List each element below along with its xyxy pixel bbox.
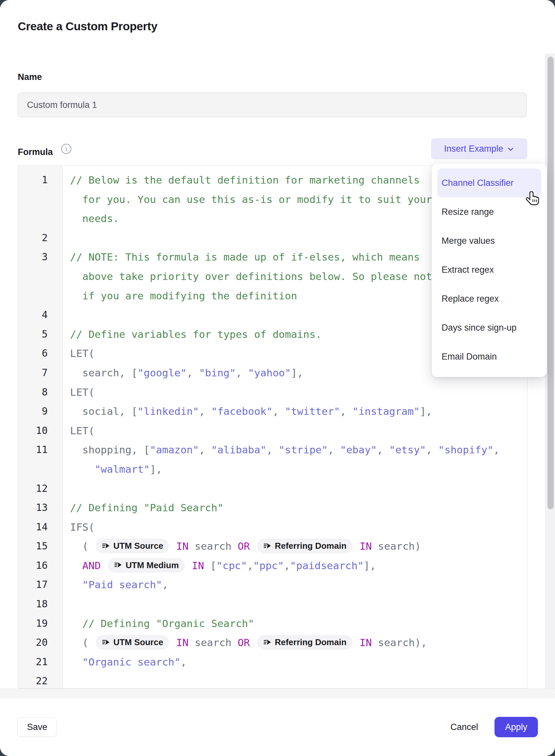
code-line[interactable] (63, 671, 527, 688)
line-number (18, 267, 63, 286)
code-row: 9 social, ["linkedin", "facebook", "twit… (18, 402, 527, 421)
code-line[interactable]: // Defining "Organic Search" (63, 614, 527, 633)
code-line[interactable]: IFS( (63, 517, 527, 537)
line-number: 22 (18, 671, 63, 688)
line-number (18, 209, 63, 228)
menu-item-merge-values[interactable]: Merge values (432, 226, 547, 255)
code-line[interactable]: LET( (63, 421, 527, 440)
line-number: 15 (18, 536, 63, 556)
line-number: 2 (18, 228, 63, 248)
dialog-title: Create a Custom Property (18, 20, 158, 33)
formula-label: Formula (18, 147, 53, 157)
line-number: 13 (18, 498, 63, 517)
code-row: 16 AND UTM Medium IN ["cpc","ppc","paids… (18, 556, 527, 575)
code-line[interactable]: social, ["linkedin", "facebook", "twitte… (63, 402, 527, 421)
property-chip[interactable]: Referring Domain (257, 635, 352, 650)
property-chip-label: Referring Domain (275, 536, 347, 556)
menu-item-channel-classifier[interactable]: Channel Classifier (437, 168, 541, 197)
property-icon (114, 561, 122, 569)
line-number: 16 (18, 556, 63, 575)
property-chip[interactable]: UTM Source (96, 635, 169, 650)
line-number: 21 (18, 652, 63, 672)
insert-example-label: Insert Example (444, 144, 503, 154)
line-number (18, 190, 63, 209)
code-row: 20 ( UTM Source IN search OR Referring D… (18, 633, 527, 652)
code-line[interactable]: "Organic search", (63, 652, 527, 672)
code-row: 21 "Organic search", (18, 652, 527, 672)
menu-item-email-domain[interactable]: Email Domain (432, 342, 547, 371)
code-line[interactable] (63, 479, 527, 499)
property-icon (263, 542, 271, 550)
example-menu: Channel ClassifierResize rangeMerge valu… (432, 163, 547, 377)
insert-example-button[interactable]: Insert Example (431, 138, 527, 159)
code-line[interactable]: ( UTM Source IN search OR Referring Doma… (63, 536, 527, 556)
code-line[interactable]: ( UTM Source IN search OR Referring Doma… (63, 633, 527, 652)
code-line[interactable] (63, 594, 527, 614)
line-number: 14 (18, 517, 63, 537)
code-row: 19 // Defining "Organic Search" (18, 614, 527, 633)
line-number: 12 (18, 479, 63, 499)
menu-item-extract-regex[interactable]: Extract regex (432, 255, 547, 284)
line-number (18, 460, 63, 479)
property-chip-label: UTM Source (114, 536, 163, 556)
line-number: 20 (18, 633, 63, 652)
code-row: 11 shopping, ["amazon", "alibaba", "stri… (18, 440, 527, 460)
line-number: 19 (18, 614, 63, 633)
line-number: 18 (18, 594, 63, 614)
code-row: 14IFS( (18, 517, 527, 537)
scrollbar-thumb[interactable] (547, 56, 554, 509)
apply-button[interactable]: Apply (495, 717, 538, 737)
code-line[interactable]: "Paid search", (63, 575, 527, 594)
property-chip-label: UTM Source (114, 633, 163, 652)
code-row: 13// Defining "Paid Search" (18, 498, 527, 517)
property-chip-label: Referring Domain (275, 633, 347, 652)
line-number: 5 (18, 325, 63, 344)
menu-item-days-since-sign-up[interactable]: Days since sign-up (432, 313, 547, 342)
line-number: 6 (18, 344, 63, 363)
chevron-down-icon (507, 146, 515, 153)
line-number: 9 (18, 402, 63, 421)
property-icon (101, 638, 110, 647)
line-number: 8 (18, 383, 63, 402)
line-number: 4 (18, 305, 63, 325)
code-line[interactable]: AND UTM Medium IN ["cpc","ppc","paidsear… (63, 556, 527, 575)
line-number (18, 286, 63, 306)
code-row: 12 (18, 479, 527, 499)
line-number: 1 (18, 170, 63, 190)
line-number: 7 (18, 363, 63, 383)
horizontal-scrollbar-track[interactable] (0, 688, 555, 698)
menu-item-replace-regex[interactable]: Replace regex (432, 284, 547, 313)
property-chip[interactable]: Referring Domain (257, 539, 352, 553)
cancel-button[interactable]: Cancel (443, 717, 486, 737)
create-custom-property-dialog: Create a Custom Property Name Formula i … (0, 0, 555, 756)
code-row: 8LET( (18, 383, 527, 402)
code-line[interactable]: // Defining "Paid Search" (63, 498, 527, 517)
code-row: 22 (18, 671, 527, 688)
property-chip-label: UTM Medium (126, 556, 179, 575)
code-row: 15 ( UTM Source IN search OR Referring D… (18, 536, 527, 556)
code-row: 10LET( (18, 421, 527, 440)
info-icon[interactable]: i (61, 144, 71, 154)
code-line[interactable]: shopping, ["amazon", "alibaba", "stripe"… (63, 440, 527, 460)
name-input[interactable] (18, 92, 527, 117)
code-line[interactable]: "walmart"], (63, 460, 527, 479)
line-number: 10 (18, 421, 63, 440)
line-number: 17 (18, 575, 63, 594)
save-button[interactable]: Save (17, 717, 57, 737)
property-chip[interactable]: UTM Medium (108, 558, 185, 573)
property-icon (101, 542, 110, 550)
code-row: "walmart"], (18, 460, 527, 479)
property-icon (263, 638, 271, 647)
code-row: 18 (18, 594, 527, 614)
line-number: 11 (18, 440, 63, 460)
code-line[interactable]: LET( (63, 383, 527, 402)
name-label: Name (18, 72, 42, 82)
property-chip[interactable]: UTM Source (96, 539, 169, 553)
menu-item-resize-range[interactable]: Resize range (432, 197, 547, 226)
line-number: 3 (18, 247, 63, 267)
code-row: 17 "Paid search", (18, 575, 527, 594)
